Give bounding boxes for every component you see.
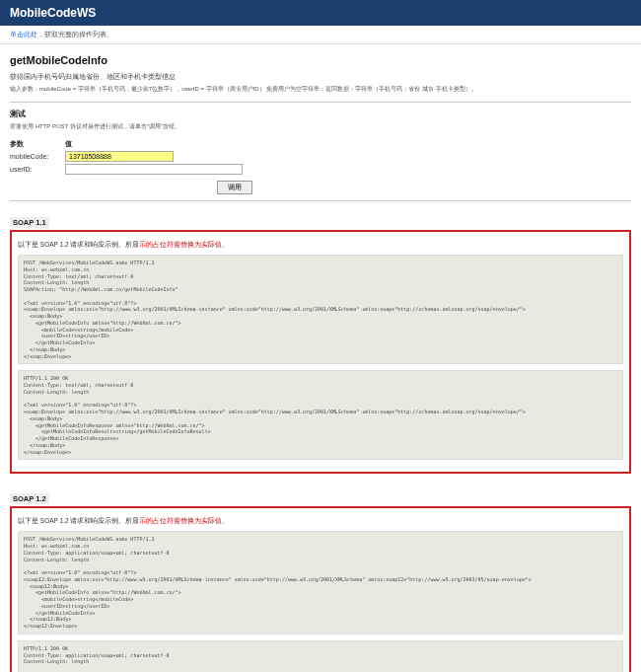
- soap11-group: SOAP 1.1 以下是 SOAP 1.2 请求和响应示例。所显示的占位符需替换…: [10, 207, 631, 474]
- user-label: userID:: [10, 166, 59, 173]
- soap11-req: POST /WebServices/MobileCodeWS.asmx HTTP…: [18, 255, 623, 364]
- mobile-label: mobileCode:: [10, 153, 59, 160]
- soap11-label: SOAP 1.1: [10, 217, 49, 228]
- page-title: getMobileCodeInfo: [10, 54, 631, 66]
- value-col-label: 值: [65, 139, 72, 149]
- soap12-intro: 以下是 SOAP 1.2 请求和响应示例。所显示的占位符需替换为实际值。: [18, 517, 623, 526]
- soap12-req: POST /WebServices/MobileCodeWS.asmx HTTP…: [18, 531, 623, 635]
- page-subdesc: 输入参数：mobileCode = 字符串（手机号码，最少前7位数字），user…: [10, 85, 631, 94]
- soap11-redbox: 以下是 SOAP 1.2 请求和响应示例。所显示的占位符需替换为实际值。 POS…: [10, 230, 631, 474]
- mobile-input[interactable]: [65, 151, 174, 162]
- soap12-group: SOAP 1.2 以下是 SOAP 1.2 请求和响应示例。所显示的占位符需替换…: [10, 484, 631, 672]
- soap12-redbox: 以下是 SOAP 1.2 请求和响应示例。所显示的占位符需替换为实际值。 POS…: [10, 506, 631, 672]
- breadcrumb: 单击此处，获取完整的操作列表。: [0, 26, 641, 44]
- invoke-button[interactable]: 调用: [217, 181, 252, 194]
- user-row: userID:: [10, 164, 631, 175]
- app-title: MobileCodeWS: [10, 6, 96, 20]
- param-col-label: 参数: [10, 139, 59, 149]
- soap11-res: HTTP/1.1 200 OK Content-Type: text/xml; …: [18, 370, 623, 460]
- breadcrumb-link[interactable]: 单击此处: [10, 31, 37, 37]
- breadcrumb-rest: ，获取完整的操作列表。: [37, 31, 113, 37]
- page-desc: 获得国内手机号码归属地省份、地区和手机卡类型信息: [10, 72, 631, 82]
- mobile-row: mobileCode:: [10, 151, 631, 162]
- topbar: MobileCodeWS: [0, 0, 641, 26]
- soap12-label: SOAP 1.2: [10, 493, 49, 504]
- test-heading: 测试: [10, 109, 631, 119]
- param-header-row: 参数 值: [10, 139, 631, 149]
- soap12-res: HTTP/1.1 200 OK Content-Type: applicatio…: [18, 640, 623, 672]
- soap11-intro: 以下是 SOAP 1.2 请求和响应示例。所显示的占位符需替换为实际值。: [18, 241, 623, 250]
- test-note: 若要使用 HTTP POST 协议对操作进行测试，请单击"调用"按钮。: [10, 122, 631, 131]
- user-input[interactable]: [65, 164, 243, 175]
